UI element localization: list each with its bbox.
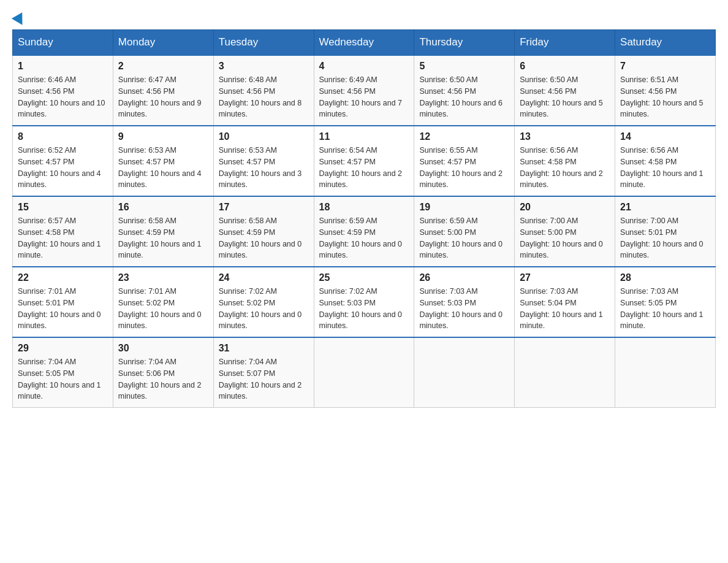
day-number: 8 xyxy=(18,131,108,142)
day-number: 24 xyxy=(219,272,309,283)
day-info: Sunrise: 6:54 AMSunset: 4:57 PMDaylight:… xyxy=(319,145,409,191)
calendar-week-row: 8Sunrise: 6:52 AMSunset: 4:57 PMDaylight… xyxy=(13,126,716,196)
calendar-cell: 12Sunrise: 6:55 AMSunset: 4:57 PMDayligh… xyxy=(414,126,515,196)
calendar-cell: 13Sunrise: 6:56 AMSunset: 4:58 PMDayligh… xyxy=(515,126,615,196)
logo xyxy=(12,12,26,23)
calendar-cell: 15Sunrise: 6:57 AMSunset: 4:58 PMDayligh… xyxy=(13,196,113,267)
day-info: Sunrise: 6:57 AMSunset: 4:58 PMDaylight:… xyxy=(18,215,108,261)
day-number: 15 xyxy=(18,202,108,213)
day-info: Sunrise: 6:55 AMSunset: 4:57 PMDaylight:… xyxy=(419,145,509,191)
calendar-cell: 24Sunrise: 7:02 AMSunset: 5:02 PMDayligh… xyxy=(213,267,314,337)
day-info: Sunrise: 7:01 AMSunset: 5:01 PMDaylight:… xyxy=(18,286,108,332)
calendar-cell: 18Sunrise: 6:59 AMSunset: 4:59 PMDayligh… xyxy=(314,196,414,267)
day-info: Sunrise: 6:47 AMSunset: 4:56 PMDaylight:… xyxy=(118,74,208,120)
day-info: Sunrise: 7:02 AMSunset: 5:02 PMDaylight:… xyxy=(219,286,309,332)
day-info: Sunrise: 7:03 AMSunset: 5:05 PMDaylight:… xyxy=(620,286,710,332)
calendar-cell: 21Sunrise: 7:00 AMSunset: 5:01 PMDayligh… xyxy=(615,196,716,267)
calendar-header-friday: Friday xyxy=(515,30,615,56)
day-info: Sunrise: 7:00 AMSunset: 5:00 PMDaylight:… xyxy=(520,215,610,261)
day-number: 27 xyxy=(520,272,610,283)
day-info: Sunrise: 6:59 AMSunset: 4:59 PMDaylight:… xyxy=(319,215,409,261)
calendar-table: SundayMondayTuesdayWednesdayThursdayFrid… xyxy=(12,29,716,408)
day-info: Sunrise: 7:04 AMSunset: 5:06 PMDaylight:… xyxy=(118,356,208,402)
day-info: Sunrise: 6:50 AMSunset: 4:56 PMDaylight:… xyxy=(419,74,509,120)
calendar-header-saturday: Saturday xyxy=(615,30,716,56)
day-number: 28 xyxy=(620,272,710,283)
day-info: Sunrise: 6:52 AMSunset: 4:57 PMDaylight:… xyxy=(18,145,108,191)
calendar-week-row: 15Sunrise: 6:57 AMSunset: 4:58 PMDayligh… xyxy=(13,196,716,267)
day-number: 12 xyxy=(419,131,509,142)
day-number: 20 xyxy=(520,202,610,213)
day-number: 22 xyxy=(18,272,108,283)
day-number: 10 xyxy=(219,131,309,142)
day-info: Sunrise: 7:00 AMSunset: 5:01 PMDaylight:… xyxy=(620,215,710,261)
calendar-header-row: SundayMondayTuesdayWednesdayThursdayFrid… xyxy=(13,30,716,56)
day-info: Sunrise: 6:58 AMSunset: 4:59 PMDaylight:… xyxy=(219,215,309,261)
day-number: 3 xyxy=(219,61,309,72)
calendar-cell: 22Sunrise: 7:01 AMSunset: 5:01 PMDayligh… xyxy=(13,267,113,337)
calendar-cell: 1Sunrise: 6:46 AMSunset: 4:56 PMDaylight… xyxy=(13,55,113,126)
day-info: Sunrise: 6:49 AMSunset: 4:56 PMDaylight:… xyxy=(319,74,409,120)
calendar-cell: 14Sunrise: 6:56 AMSunset: 4:58 PMDayligh… xyxy=(615,126,716,196)
calendar-cell: 2Sunrise: 6:47 AMSunset: 4:56 PMDaylight… xyxy=(113,55,213,126)
calendar-header-wednesday: Wednesday xyxy=(314,30,414,56)
day-info: Sunrise: 7:03 AMSunset: 5:03 PMDaylight:… xyxy=(419,286,509,332)
day-number: 18 xyxy=(319,202,409,213)
day-info: Sunrise: 6:59 AMSunset: 5:00 PMDaylight:… xyxy=(419,215,509,261)
calendar-cell xyxy=(615,337,716,408)
day-number: 21 xyxy=(620,202,710,213)
calendar-cell: 4Sunrise: 6:49 AMSunset: 4:56 PMDaylight… xyxy=(314,55,414,126)
calendar-header-tuesday: Tuesday xyxy=(213,30,314,56)
day-number: 14 xyxy=(620,131,710,142)
day-number: 13 xyxy=(520,131,610,142)
calendar-cell: 10Sunrise: 6:53 AMSunset: 4:57 PMDayligh… xyxy=(213,126,314,196)
calendar-cell: 17Sunrise: 6:58 AMSunset: 4:59 PMDayligh… xyxy=(213,196,314,267)
day-info: Sunrise: 6:48 AMSunset: 4:56 PMDaylight:… xyxy=(219,74,309,120)
calendar-week-row: 29Sunrise: 7:04 AMSunset: 5:05 PMDayligh… xyxy=(13,337,716,408)
logo-triangle-icon xyxy=(12,12,28,28)
day-number: 11 xyxy=(319,131,409,142)
day-number: 9 xyxy=(118,131,208,142)
calendar-cell: 19Sunrise: 6:59 AMSunset: 5:00 PMDayligh… xyxy=(414,196,515,267)
day-info: Sunrise: 6:58 AMSunset: 4:59 PMDaylight:… xyxy=(118,215,208,261)
day-number: 29 xyxy=(18,343,108,354)
calendar-cell: 8Sunrise: 6:52 AMSunset: 4:57 PMDaylight… xyxy=(13,126,113,196)
day-number: 2 xyxy=(118,61,208,72)
day-number: 6 xyxy=(520,61,610,72)
calendar-cell: 7Sunrise: 6:51 AMSunset: 4:56 PMDaylight… xyxy=(615,55,716,126)
calendar-cell: 30Sunrise: 7:04 AMSunset: 5:06 PMDayligh… xyxy=(113,337,213,408)
calendar-cell: 28Sunrise: 7:03 AMSunset: 5:05 PMDayligh… xyxy=(615,267,716,337)
calendar-week-row: 22Sunrise: 7:01 AMSunset: 5:01 PMDayligh… xyxy=(13,267,716,337)
calendar-cell: 11Sunrise: 6:54 AMSunset: 4:57 PMDayligh… xyxy=(314,126,414,196)
calendar-cell: 5Sunrise: 6:50 AMSunset: 4:56 PMDaylight… xyxy=(414,55,515,126)
day-number: 4 xyxy=(319,61,409,72)
calendar-header-monday: Monday xyxy=(113,30,213,56)
day-info: Sunrise: 7:04 AMSunset: 5:07 PMDaylight:… xyxy=(219,356,309,402)
day-number: 26 xyxy=(419,272,509,283)
calendar-cell: 3Sunrise: 6:48 AMSunset: 4:56 PMDaylight… xyxy=(213,55,314,126)
day-info: Sunrise: 7:01 AMSunset: 5:02 PMDaylight:… xyxy=(118,286,208,332)
calendar-cell xyxy=(314,337,414,408)
day-info: Sunrise: 7:04 AMSunset: 5:05 PMDaylight:… xyxy=(18,356,108,402)
day-info: Sunrise: 6:51 AMSunset: 4:56 PMDaylight:… xyxy=(620,74,710,120)
calendar-cell: 31Sunrise: 7:04 AMSunset: 5:07 PMDayligh… xyxy=(213,337,314,408)
calendar-cell xyxy=(414,337,515,408)
calendar-cell: 16Sunrise: 6:58 AMSunset: 4:59 PMDayligh… xyxy=(113,196,213,267)
day-number: 30 xyxy=(118,343,208,354)
day-number: 23 xyxy=(118,272,208,283)
day-info: Sunrise: 6:46 AMSunset: 4:56 PMDaylight:… xyxy=(18,74,108,120)
day-number: 7 xyxy=(620,61,710,72)
calendar-cell: 27Sunrise: 7:03 AMSunset: 5:04 PMDayligh… xyxy=(515,267,615,337)
day-info: Sunrise: 7:03 AMSunset: 5:04 PMDaylight:… xyxy=(520,286,610,332)
day-number: 1 xyxy=(18,61,108,72)
day-number: 19 xyxy=(419,202,509,213)
calendar-cell: 23Sunrise: 7:01 AMSunset: 5:02 PMDayligh… xyxy=(113,267,213,337)
day-info: Sunrise: 6:53 AMSunset: 4:57 PMDaylight:… xyxy=(219,145,309,191)
calendar-cell xyxy=(515,337,615,408)
day-number: 5 xyxy=(419,61,509,72)
calendar-header-thursday: Thursday xyxy=(414,30,515,56)
calendar-week-row: 1Sunrise: 6:46 AMSunset: 4:56 PMDaylight… xyxy=(13,55,716,126)
calendar-cell: 25Sunrise: 7:02 AMSunset: 5:03 PMDayligh… xyxy=(314,267,414,337)
calendar-cell: 9Sunrise: 6:53 AMSunset: 4:57 PMDaylight… xyxy=(113,126,213,196)
calendar-cell: 6Sunrise: 6:50 AMSunset: 4:56 PMDaylight… xyxy=(515,55,615,126)
